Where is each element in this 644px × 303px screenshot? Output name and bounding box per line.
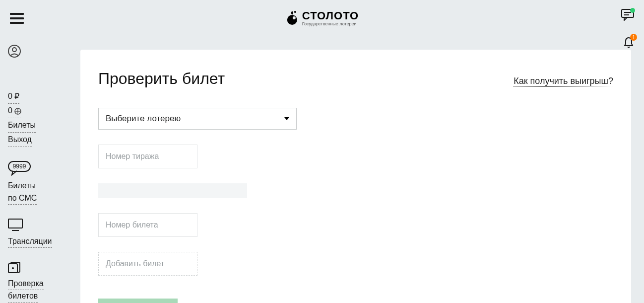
chat-unread-dot [630, 8, 635, 13]
main-card: Проверить билет Как получить выигрыш? Вы… [80, 50, 631, 303]
logo-text: СТОЛОТО [302, 9, 359, 22]
sms-bubble-icon: 9999 [8, 161, 67, 178]
sidebar-account-block: 0 ₽ 0 Билеты Выход [8, 89, 67, 147]
svg-point-1 [293, 16, 296, 19]
sidebar-broadcasts-block[interactable]: Трансляции [8, 219, 67, 248]
how-to-get-winnings-link[interactable]: Как получить выигрыш? [514, 76, 613, 87]
svg-point-7 [12, 48, 16, 52]
check-tickets-link-1: Проверка [8, 278, 44, 290]
sidebar-check-block[interactable]: Проверка билетов [8, 262, 67, 303]
logo-icon [285, 10, 299, 26]
balance-coins-link[interactable]: 0 [8, 104, 21, 118]
chat-icon[interactable] [621, 9, 634, 23]
ticket-number-input[interactable] [98, 213, 197, 237]
svg-point-0 [287, 15, 297, 25]
balance-rub-link[interactable]: 0 ₽ [8, 89, 19, 104]
chevron-down-icon [284, 117, 289, 120]
logout-link[interactable]: Выход [8, 133, 32, 147]
sidebar: 0 ₽ 0 Билеты Выход 9999 Билеты по СМС [8, 45, 67, 303]
lottery-select-value: Выберите лотерею [106, 114, 181, 124]
app-header: СТОЛОТО Государственные лотереи 1 [0, 0, 644, 36]
tickets-link[interactable]: Билеты [8, 118, 36, 133]
svg-rect-13 [8, 219, 22, 228]
monitor-icon [8, 219, 67, 233]
logo-subtitle: Государственные лотереи [302, 21, 359, 26]
bell-icon[interactable]: 1 [623, 37, 634, 51]
placeholder-block [98, 183, 247, 198]
svg-text:9999: 9999 [13, 163, 26, 170]
avatar-icon[interactable] [8, 45, 67, 60]
check-button[interactable]: Проверить [98, 299, 178, 303]
lottery-select[interactable]: Выберите лотерею [98, 108, 297, 130]
sidebar-sms-block[interactable]: 9999 Билеты по СМС [8, 161, 67, 205]
svg-point-17 [12, 267, 14, 269]
draw-number-input[interactable] [98, 145, 197, 168]
sms-link-line1: Билеты [8, 180, 36, 192]
menu-button[interactable] [10, 13, 24, 24]
sms-link-line2: по СМС [8, 192, 37, 205]
svg-point-2 [294, 11, 296, 13]
add-ticket-button[interactable]: Добавить билет [98, 252, 197, 276]
logo[interactable]: СТОЛОТО Государственные лотереи [285, 9, 359, 26]
coin-icon [14, 108, 21, 115]
page-title: Проверить билет [98, 70, 225, 88]
notification-badge: 1 [630, 34, 637, 41]
broadcasts-link: Трансляции [8, 235, 52, 248]
tickets-icon [8, 262, 67, 276]
check-tickets-link-2: билетов [8, 290, 38, 303]
